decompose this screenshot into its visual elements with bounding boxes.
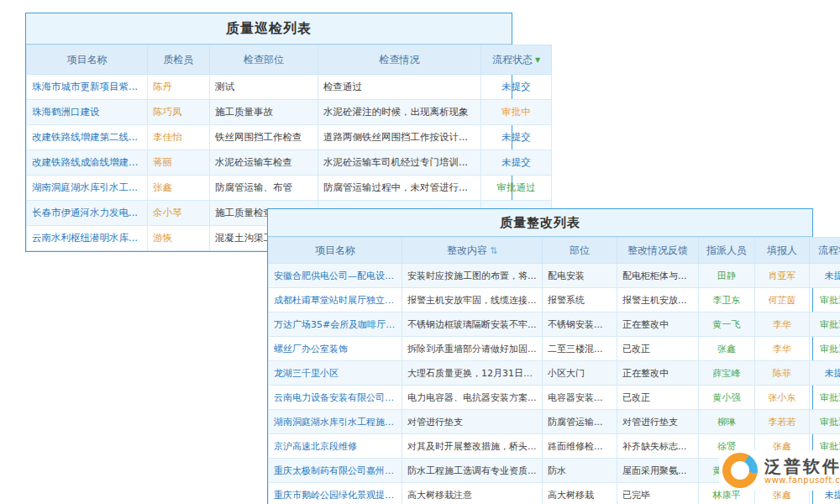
patrol-table-title: 质量巡检列表 [26,13,512,45]
part-cell: 防水 [543,459,617,483]
column-header-label: 整改情况反馈 [627,244,688,256]
table-row: 龙湖三千里小区大理石质量更换，12月31日之...小区大门正在整改中薛宝峰陈菲未… [269,361,840,386]
table-row: 珠海市城市更新项目紫...陈丹测试检查通过未提交 [27,75,552,100]
workflow-status-cell: 未提交 [481,125,552,150]
project-name-cell[interactable]: 龙湖三千里小区 [269,361,402,386]
rectify-content-cell: 高大树移栽注意 [402,483,543,504]
project-name-cell[interactable]: 湖南洞庭湖水库引水工... [27,176,148,201]
part-cell: 防腐管运输... [543,410,617,434]
project-name-cell[interactable]: 云南水利枢纽潜明水库... [27,226,148,251]
part-cell: 路面维修检... [543,434,617,459]
project-name-cell[interactable]: 重庆太极制药有限公司嘉州中... [269,459,402,483]
part-cell: 报警系统 [543,288,617,312]
column-header-label: 流程状态 [818,244,840,256]
project-name-cell[interactable]: 云南电力设备安装有限公司20... [269,386,402,410]
assignee-cell: 黄小强 [699,386,755,410]
part-cell: 二至三楼混... [543,337,617,361]
project-name-cell[interactable]: 改建铁路线成渝线增建第... [27,150,148,176]
project-name-cell[interactable]: 改建铁路线增建第二线... [27,125,148,150]
inspector-cell: 游恢 [148,226,210,251]
part-cell: 小区大门 [543,361,617,386]
column-header-label: 项目名称 [315,244,355,256]
feedback-cell: 已完毕 [617,483,699,504]
column-header-inspector[interactable]: 质检员 [148,45,210,75]
reporter-cell: 李若若 [755,410,810,434]
workflow-status-cell: 未提交 [481,75,552,100]
workflow-status-cell: 审批通过 [810,337,840,361]
table-row: 安徽合肥供电公司—配电设备...安装时应按施工图的布置，将...配电安装配电柜柜… [269,264,840,288]
part-cell: 高大树移栽 [543,483,617,504]
assignee-cell: 黄一飞 [699,312,755,337]
reporter-cell: 李华 [755,312,810,337]
inspection-part-cell: 铁丝网围挡工作检查 [210,125,318,150]
table-row: 珠海鹤洲口建设陈巧凤施工质量事故水泥砼灌注的时候，出现离析现象审批中 [27,100,552,125]
inspection-result-cell: 道路两侧铁丝网围挡工作按设计... [318,125,481,150]
reporter-cell: 何芷茵 [755,288,810,312]
column-header-rectify-content[interactable]: 整改内容⇅ [402,238,543,264]
project-name-cell[interactable]: 安徽合肥供电公司—配电设备... [269,264,402,288]
project-name-cell[interactable]: 湖南洞庭湖水库引水工程施工... [269,410,402,434]
column-header-part[interactable]: 部位 [543,238,617,264]
column-header-label: 检查情况 [380,54,420,66]
feedback-cell: 补齐缺失标志... [617,434,699,459]
feedback-cell: 屋面采用聚氨... [617,459,699,483]
reporter-cell: 陈菲 [755,361,810,386]
project-name-cell[interactable]: 珠海市城市更新项目紫... [27,75,148,100]
inspection-result-cell: 水泥砼运输车司机经过专门培训... [318,150,481,176]
feedback-cell: 对管进行垫支 [617,410,699,434]
project-name-cell[interactable]: 螺丝厂办公室装饰 [269,337,402,361]
fanpu-logo-text: 泛普软件 www.fanpusoft.com [764,457,840,485]
fanpu-logo-url[interactable]: www.fanpusoft.com [764,475,840,485]
inspector-cell: 蒋丽 [148,150,210,176]
column-header-label: 质检员 [164,54,194,66]
column-header-feedback[interactable]: 整改情况反馈 [617,238,699,264]
workflow-status-cell: 未提交 [810,264,840,288]
project-name-cell[interactable]: 万达广场35#会所及咖啡厅空... [269,312,402,337]
column-header-reporter[interactable]: 填报人 [755,238,810,264]
table-row: 湖南洞庭湖水库引水工程施工...对管进行垫支防腐管运输...对管进行垫支柳琳李若… [269,410,840,434]
table-row: 云南电力设备安装有限公司20...电力电容器、电抗器安装方案...电容器安装..… [269,386,840,410]
column-header-assignee[interactable]: 指派人员 [699,238,755,264]
project-name-cell[interactable]: 珠海鹤洲口建设 [27,100,148,125]
reporter-cell: 肖亚军 [755,264,810,288]
part-cell: 电容器安装... [543,386,617,410]
column-header-project-name[interactable]: 项目名称 [27,45,148,75]
workflow-status-cell: 审批中 [481,100,552,125]
assignee-cell: 田静 [699,264,755,288]
column-header-inspection-result[interactable]: 检查情况 [318,45,481,75]
assignee-cell: 张鑫 [699,337,755,361]
workflow-status-cell: 审批通过 [810,410,840,434]
project-name-cell[interactable]: 成都杜甫草堂站时展厅独立展... [269,288,402,312]
project-name-cell[interactable]: 重庆市鹅岭公园绿化景观提升... [269,483,402,504]
workflow-status-cell: 审批通过 [481,176,552,201]
patrol-header-row: 项目名称质检员检查部位检查情况流程状态▼ [27,45,552,75]
feedback-cell: 正在整改中 [617,312,699,337]
workflow-status-cell: 审批通过 [810,312,840,337]
fanpu-logo-icon [722,453,758,488]
column-header-project-name[interactable]: 项目名称 [269,238,402,264]
table-row: 湖南洞庭湖水库引水工...张鑫防腐管运输、布管防腐管运输过程中，未对管进行...… [27,176,552,201]
column-header-inspection-part[interactable]: 检查部位 [210,45,318,75]
rectify-content-cell: 电力电容器、电抗器安装方案... [402,386,543,410]
filter-icon: ▼ [535,56,540,64]
table-row: 改建铁路线成渝线增建第...蒋丽水泥砼运输车检查水泥砼运输车司机经过专门培训..… [27,150,552,176]
workflow-status-cell: 未提交 [481,150,552,176]
feedback-cell: 配电柜柜体与... [617,264,699,288]
inspection-result-cell: 防腐管运输过程中，未对管进行... [318,176,481,201]
rectify-content-cell: 拆除到承重墙部分请做好加固... [402,337,543,361]
inspection-result-cell: 水泥砼灌注的时候，出现离析现象 [318,100,481,125]
column-header-workflow-status[interactable]: 流程状态 [810,238,840,264]
project-name-cell[interactable]: 长春市伊通河水力发电... [27,201,148,226]
sort-icon: ⇅ [490,245,497,256]
part-cell: 配电安装 [543,264,617,288]
inspector-cell: 余小琴 [148,201,210,226]
rectify-content-cell: 防水工程施工选调有专业资质... [402,459,543,483]
column-header-workflow-status[interactable]: 流程状态▼ [481,45,552,75]
workflow-status-cell: 审批通过 [810,288,840,312]
rectify-content-cell: 安装时应按施工图的布置，将... [402,264,543,288]
project-name-cell[interactable]: 京沪高速北京段维修 [269,434,402,459]
rectify-content-cell: 大理石质量更换，12月31日之... [402,361,543,386]
column-header-label: 部位 [570,244,590,256]
inspector-cell: 张鑫 [148,176,210,201]
column-header-label: 填报人 [767,244,797,256]
